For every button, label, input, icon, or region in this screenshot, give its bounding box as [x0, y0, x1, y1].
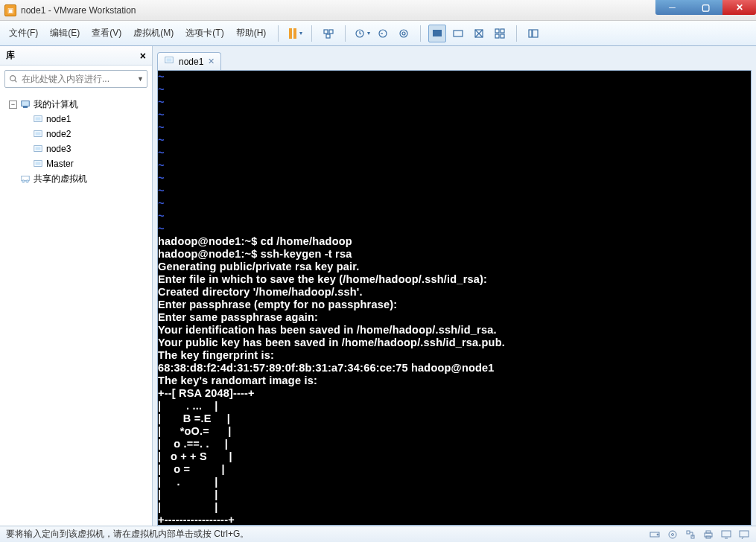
- svg-rect-39: [706, 531, 711, 533]
- thumbnail-icon[interactable]: [491, 25, 509, 42]
- titlebar: ▣ node1 - VMware Workstation ─ ▢ ✕: [0, 0, 756, 21]
- library-tree: − 我的计算机 node1 node2 node3 Master: [0, 92, 152, 191]
- send-ctrl-alt-del-icon[interactable]: [320, 25, 337, 42]
- pause-button[interactable]: [286, 25, 304, 42]
- tree-shared-vms[interactable]: 共享的虚拟机: [3, 171, 149, 186]
- menubar: 文件(F) 编辑(E) 查看(V) 虚拟机(M) 选项卡(T) 帮助(H): [0, 21, 756, 46]
- library-close-icon[interactable]: ×: [140, 50, 146, 62]
- view-console-icon[interactable]: [428, 25, 446, 42]
- tree-label: node2: [46, 129, 71, 139]
- tree-node-node1[interactable]: node1: [3, 112, 149, 127]
- tree-node-node2[interactable]: node2: [3, 127, 149, 141]
- svg-rect-8: [454, 31, 463, 36]
- vm-icon: [33, 159, 43, 169]
- library-header: 库 ×: [0, 46, 152, 66]
- svg-rect-15: [533, 30, 538, 37]
- tree-node-node3[interactable]: node3: [3, 141, 149, 156]
- svg-rect-42: [740, 531, 749, 537]
- snapshot-icon[interactable]: [353, 25, 371, 42]
- vm-icon: [33, 114, 43, 124]
- snapshot-manage-icon[interactable]: [395, 25, 413, 42]
- svg-point-34: [669, 531, 676, 538]
- maximize-button[interactable]: ▢: [689, 0, 722, 15]
- status-device-icons: [649, 529, 750, 541]
- main-area: node1 ✕ ~ ~ ~ ~ ~ ~ ~ ~ ~ ~ ~ ~ ~ hadoop…: [153, 46, 756, 526]
- svg-rect-18: [23, 107, 27, 108]
- svg-rect-31: [167, 58, 172, 61]
- tab-label: node1: [179, 57, 203, 67]
- svg-point-5: [400, 30, 407, 37]
- svg-rect-14: [529, 30, 532, 37]
- library-search[interactable]: ▼: [4, 70, 147, 88]
- svg-rect-0: [324, 30, 328, 34]
- library-toggle-icon[interactable]: [524, 25, 542, 42]
- vmware-app-icon: ▣: [4, 4, 16, 16]
- vm-icon: [164, 55, 174, 68]
- tree-label: 共享的虚拟机: [34, 173, 87, 185]
- display-icon[interactable]: [720, 529, 732, 541]
- svg-rect-13: [501, 34, 504, 38]
- menu-tabs[interactable]: 选项卡(T): [181, 24, 228, 42]
- svg-rect-22: [36, 132, 41, 135]
- printer-icon[interactable]: [702, 529, 714, 541]
- svg-rect-10: [495, 29, 499, 33]
- tabstrip: node1 ✕: [157, 51, 752, 70]
- menu-file[interactable]: 文件(F): [4, 24, 42, 42]
- svg-point-29: [26, 180, 29, 183]
- svg-point-35: [672, 533, 674, 535]
- tree-node-master[interactable]: Master: [3, 156, 149, 171]
- vm-icon: [33, 144, 43, 154]
- shared-icon: [20, 173, 31, 184]
- search-input[interactable]: [19, 74, 137, 84]
- menu-view[interactable]: 查看(V): [87, 24, 126, 42]
- tab-node1[interactable]: node1 ✕: [157, 52, 221, 70]
- svg-rect-41: [722, 531, 731, 537]
- tree-spacer: [9, 175, 17, 183]
- vm-console[interactable]: ~ ~ ~ ~ ~ ~ ~ ~ ~ ~ ~ ~ ~ hadoop@node1:~…: [157, 70, 752, 526]
- svg-rect-24: [36, 147, 41, 150]
- menu-edit[interactable]: 编辑(E): [45, 24, 84, 42]
- network-icon[interactable]: [684, 529, 696, 541]
- minimize-button[interactable]: ─: [655, 0, 689, 15]
- cd-icon[interactable]: [667, 529, 679, 541]
- search-dropdown-icon[interactable]: ▼: [137, 75, 144, 83]
- svg-point-33: [657, 534, 658, 535]
- terminal-output: hadoop@node1:~$ cd /home/hadoop hadoop@n…: [158, 235, 505, 526]
- svg-rect-36: [687, 531, 690, 534]
- svg-point-28: [22, 180, 25, 183]
- tree-label: Master: [46, 159, 74, 169]
- svg-rect-26: [36, 162, 41, 165]
- status-text: 要将输入定向到该虚拟机，请在虚拟机内部单击或按 Ctrl+G。: [6, 528, 249, 541]
- search-icon: [8, 74, 19, 84]
- collapse-icon[interactable]: −: [9, 101, 17, 109]
- tree-root-my-computer[interactable]: − 我的计算机: [3, 97, 149, 112]
- menu-help[interactable]: 帮助(H): [232, 24, 271, 42]
- snapshot-revert-icon[interactable]: [374, 25, 392, 42]
- svg-rect-12: [495, 34, 499, 38]
- close-button[interactable]: ✕: [722, 0, 756, 15]
- svg-rect-17: [22, 101, 30, 106]
- svg-point-16: [10, 76, 16, 81]
- library-sidebar: 库 × ▼ − 我的计算机 node1 node2: [0, 46, 153, 526]
- message-icon[interactable]: [738, 529, 750, 541]
- unity-icon[interactable]: [470, 25, 488, 42]
- tree-label: node1: [46, 114, 71, 124]
- tree-label: 我的计算机: [34, 98, 78, 111]
- svg-rect-20: [36, 117, 41, 120]
- computer-icon: [20, 99, 31, 109]
- tree-label: node3: [46, 144, 71, 154]
- tab-close-icon[interactable]: ✕: [208, 57, 215, 66]
- disk-icon[interactable]: [649, 529, 661, 541]
- view-fullscreen-icon[interactable]: [449, 25, 467, 42]
- svg-rect-2: [326, 34, 330, 38]
- library-title: 库: [6, 49, 15, 62]
- svg-rect-11: [501, 29, 504, 33]
- svg-rect-7: [433, 30, 442, 36]
- vm-icon: [33, 129, 43, 139]
- window-controls: ─ ▢ ✕: [655, 0, 756, 15]
- svg-point-6: [402, 32, 405, 35]
- window-title: node1 - VMware Workstation: [21, 5, 136, 16]
- statusbar: 要将输入定向到该虚拟机，请在虚拟机内部单击或按 Ctrl+G。: [0, 526, 756, 542]
- vim-tildes: ~ ~ ~ ~ ~ ~ ~ ~ ~ ~ ~ ~ ~: [158, 71, 165, 235]
- menu-vm[interactable]: 虚拟机(M): [129, 24, 178, 42]
